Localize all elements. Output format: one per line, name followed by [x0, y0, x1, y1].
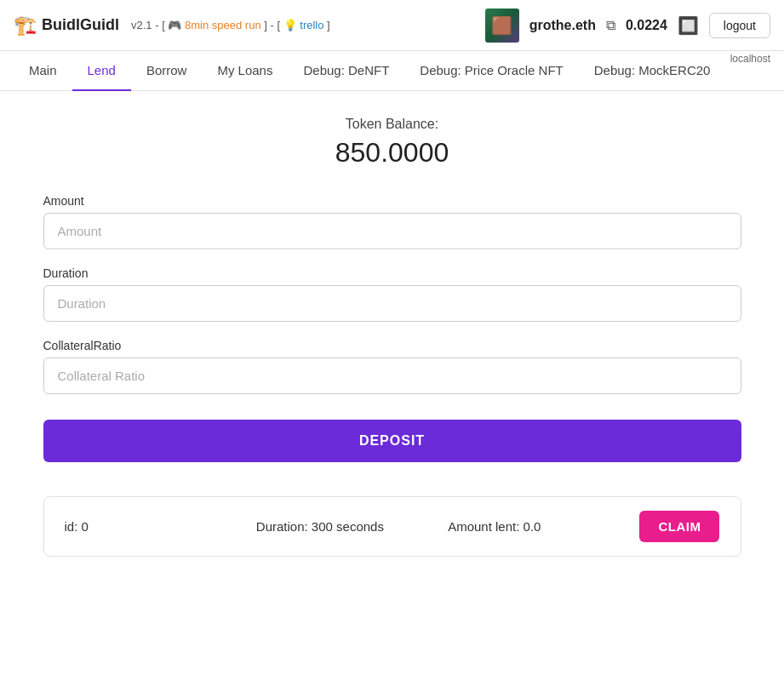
nav-item-my-loans[interactable]: My Loans — [202, 51, 288, 91]
trello-emoji: 💡 — [283, 19, 297, 31]
nav-item-borrow[interactable]: Borrow — [131, 51, 203, 91]
eth-balance: 0.0224 — [626, 18, 667, 33]
header-right: 🟫 grothe.eth ⧉ 0.0224 🔲 logout — [485, 9, 770, 43]
collateral-ratio-group: CollateralRatio — [43, 339, 741, 394]
duration-input[interactable] — [43, 285, 741, 322]
duration-group: Duration — [43, 266, 741, 322]
nav: Main Lend Borrow My Loans Debug: DeNFT D… — [0, 51, 784, 91]
separator1: - [ — [155, 19, 165, 31]
version-info: v2.1 - [ 🎮 8min speed run ] - [ 💡 trello… — [131, 19, 330, 31]
header: 🏗️ BuidlGuidl v2.1 - [ 🎮 8min speed run … — [0, 0, 784, 51]
speed-run-link[interactable]: 8min speed run — [185, 19, 261, 31]
nav-item-debug-denft[interactable]: Debug: DeNFT — [288, 51, 404, 91]
deposit-button[interactable]: DEPOSIT — [43, 420, 741, 462]
copy-icon[interactable]: ⧉ — [606, 18, 615, 33]
claim-button[interactable]: CLAIM — [639, 511, 719, 542]
wallet-icon[interactable]: 🔲 — [678, 15, 699, 36]
amount-input[interactable] — [43, 213, 741, 249]
version-text: v2.1 — [131, 19, 152, 31]
token-balance-value: 850.0000 — [43, 137, 741, 169]
trello-link[interactable]: trello — [300, 19, 323, 31]
duration-label: Duration — [43, 266, 741, 280]
logo-text: BuidlGuidl — [42, 16, 119, 34]
amount-group: Amount — [43, 194, 741, 249]
main-content: Token Balance: 850.0000 Amount Duration … — [26, 91, 758, 582]
loan-item: id: 0 Duration: 300 seconds Amount lent:… — [43, 496, 741, 557]
avatar: 🟫 — [485, 9, 519, 43]
loan-id: id: 0 — [65, 519, 256, 534]
amount-label: Amount — [43, 194, 741, 208]
separator3: ] — [327, 19, 330, 31]
user-name: grothe.eth — [529, 18, 596, 33]
collateral-ratio-input[interactable] — [43, 357, 741, 394]
token-balance-label: Token Balance: — [43, 117, 741, 132]
localhost-badge: localhost — [730, 53, 770, 65]
collateral-ratio-label: CollateralRatio — [43, 339, 741, 352]
logout-button[interactable]: logout — [709, 13, 770, 38]
nav-item-debug-price-oracle[interactable]: Debug: Price Oracle NFT — [404, 51, 578, 91]
separator2: ] - [ — [264, 19, 280, 31]
loan-duration: Duration: 300 seconds — [256, 519, 448, 534]
speed-run-emoji: 🎮 — [168, 19, 181, 31]
logo-icon: 🏗️ — [14, 14, 37, 37]
nav-item-main[interactable]: Main — [14, 51, 72, 91]
nav-item-debug-mockerc20[interactable]: Debug: MockERC20 — [579, 51, 726, 91]
loan-amount: Amount lent: 0.0 — [448, 519, 639, 534]
nav-item-lend[interactable]: Lend — [72, 51, 131, 91]
logo-area: 🏗️ BuidlGuidl v2.1 - [ 🎮 8min speed run … — [14, 14, 330, 37]
